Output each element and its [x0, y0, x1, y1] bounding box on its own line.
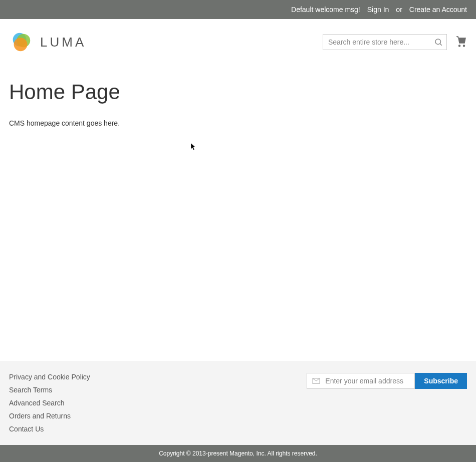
email-icon — [312, 377, 321, 384]
search-icon[interactable] — [434, 38, 443, 47]
newsletter-email-input[interactable] — [307, 373, 415, 389]
footer-link-search-terms[interactable]: Search Terms — [9, 386, 90, 394]
header-right — [323, 34, 467, 50]
top-bar: Default welcome msg! Sign In or Create a… — [0, 0, 476, 19]
copyright-text: Copyright © 2013-present Magento, Inc. A… — [159, 450, 317, 457]
footer-link-orders-returns[interactable]: Orders and Returns — [9, 412, 90, 420]
or-separator: or — [396, 6, 402, 14]
cms-content: CMS homepage content goes here. — [9, 119, 467, 127]
footer-link-privacy[interactable]: Privacy and Cookie Policy — [9, 373, 90, 381]
svg-point-2 — [14, 38, 28, 51]
svg-point-3 — [435, 39, 441, 45]
sign-in-link[interactable]: Sign In — [367, 6, 389, 14]
header: LUMA — [0, 19, 476, 65]
cart-icon[interactable] — [455, 36, 467, 48]
footer: Privacy and Cookie Policy Search Terms A… — [0, 361, 476, 445]
newsletter-form: Subscribe — [307, 373, 467, 389]
welcome-message: Default welcome msg! — [291, 6, 360, 14]
luma-logo-icon — [9, 30, 33, 54]
footer-link-contact[interactable]: Contact Us — [9, 425, 90, 433]
svg-line-4 — [440, 44, 441, 45]
page-title: Home Page — [9, 80, 467, 104]
logo[interactable]: LUMA — [9, 30, 86, 54]
subscribe-button[interactable]: Subscribe — [415, 373, 467, 389]
search-box — [323, 34, 447, 50]
main-content: Home Page CMS homepage content goes here… — [0, 65, 476, 361]
mouse-cursor-icon — [190, 143, 198, 151]
footer-links: Privacy and Cookie Policy Search Terms A… — [9, 373, 90, 433]
copyright-bar: Copyright © 2013-present Magento, Inc. A… — [0, 445, 476, 462]
search-input[interactable] — [323, 34, 447, 50]
create-account-link[interactable]: Create an Account — [409, 6, 467, 14]
logo-text: LUMA — [40, 35, 86, 50]
footer-link-advanced-search[interactable]: Advanced Search — [9, 399, 90, 407]
